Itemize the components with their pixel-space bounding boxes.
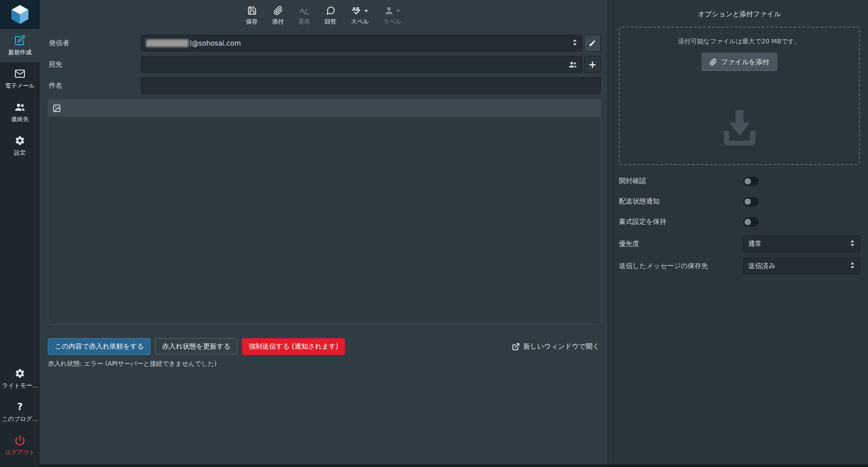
attach-file-button[interactable]: ファイルを添付 [702, 53, 777, 71]
sidebar-item-mail[interactable]: 電子メール [0, 62, 40, 96]
delivery-status-toggle[interactable] [743, 197, 759, 206]
sidebar-item-label: 電子メール [5, 82, 35, 90]
option-row-keep-format: 書式設定を保持 [619, 213, 860, 230]
spellcheck-button[interactable]: AB スペル [351, 5, 369, 26]
option-row-receipt: 開封確認 [619, 173, 860, 189]
read-receipt-toggle[interactable] [743, 177, 759, 186]
request-review-button[interactable]: この内容で赤入れ依頼をする [48, 338, 151, 355]
attachment-dropzone[interactable]: 添付可能なファイルは最大で20 MBです。 ファイルを添付 [619, 27, 860, 165]
sidebar-spacer [0, 163, 40, 362]
sidebar-item-label: ライトモー... [2, 382, 38, 390]
settings-icon [14, 135, 25, 146]
plus-icon: + [589, 59, 597, 70]
signature-icon [300, 6, 309, 15]
app-logo[interactable] [0, 0, 40, 29]
toggle-knob [745, 198, 751, 205]
open-new-window-link[interactable]: 新しいウィンドウで開く [512, 342, 599, 351]
to-label: 宛先 [49, 60, 141, 69]
spellcheck-icon: AB [352, 6, 362, 15]
edit-identity-button[interactable] [584, 35, 601, 52]
option-label: 配送状態通知 [619, 197, 743, 206]
chevron-down-icon [396, 10, 400, 14]
option-label: 開封確認 [619, 177, 743, 185]
pencil-icon [589, 39, 596, 47]
save-button[interactable]: 保存 [246, 5, 258, 26]
message-editor [48, 99, 601, 325]
subject-row: 件名 [49, 77, 601, 94]
subject-field[interactable] [141, 77, 601, 94]
paperclip-icon [274, 6, 283, 15]
sidebar-item-compose[interactable]: 新規作成 [0, 29, 40, 62]
sidebar-item-label: このブログ... [2, 415, 38, 423]
sidebar-item-settings[interactable]: 設定 [0, 129, 40, 163]
contacts-icon [14, 102, 25, 113]
priority-value: 通常 [748, 240, 762, 248]
compose-form: 発信者 l@sohosai.com 宛先 [49, 35, 601, 94]
toggle-knob [745, 178, 751, 184]
save-icon [247, 6, 257, 15]
option-label: 書式設定を保持 [619, 217, 743, 226]
paperclip-icon [709, 58, 717, 66]
insert-image-icon[interactable] [52, 104, 61, 113]
toggle-knob [745, 219, 751, 225]
external-link-icon [512, 343, 520, 351]
toolbar-item-label: スペル [351, 18, 369, 26]
select-arrows-icon [572, 39, 577, 48]
toolbar-item-label: 署名 [298, 18, 310, 26]
review-status-text: 赤入れ状態: エラー (APIサーバーと接続できませんでした) [48, 360, 599, 368]
add-recipient-button[interactable]: + [584, 56, 601, 73]
toolbar-item-label: 添付 [272, 18, 284, 26]
sidebar-item-label: 新規作成 [8, 48, 32, 57]
attach-button[interactable]: 添付 [272, 5, 284, 26]
from-select[interactable]: l@sohosai.com [141, 35, 582, 52]
window-bottom-edge [40, 464, 868, 467]
toolbar-item-label: 保存 [246, 18, 258, 26]
responses-button[interactable]: 回答 [325, 5, 336, 26]
options-panel: オプションと添付ファイル 添付可能なファイルは最大で20 MBです。 ファイルを… [608, 0, 868, 467]
option-label: 優先度 [619, 240, 743, 248]
priority-select[interactable]: 通常 [743, 236, 860, 252]
sidebar-item-light-mode[interactable]: ライトモー... [0, 362, 40, 396]
update-review-status-button[interactable]: 赤入れ状態を更新する [155, 338, 237, 355]
editor-toolbar [48, 100, 600, 117]
option-row-save-folder: 送信したメッセージの保存先 送信済み [619, 258, 860, 274]
message-body-input[interactable] [48, 117, 600, 324]
sidebar-item-label: 連絡先 [11, 115, 29, 123]
attachment-size-hint: 添付可能なファイルは最大で20 MBです。 [678, 38, 801, 46]
subject-input[interactable] [146, 78, 596, 94]
to-field[interactable] [141, 56, 582, 73]
webmail-app: 新規作成 電子メール 連絡先 設定 [0, 0, 868, 467]
option-row-priority: 優先度 通常 [619, 236, 860, 252]
subject-label: 件名 [49, 81, 141, 90]
compose-main: 保存 添付 署名 回答 AB スペル [40, 0, 608, 467]
compose-toolbar: 保存 添付 署名 回答 AB スペル [40, 0, 608, 28]
download-tray-icon [715, 104, 764, 153]
force-send-button[interactable]: 強制送信する (通知されます) [242, 338, 345, 355]
select-arrows-icon [850, 240, 855, 249]
signature-button[interactable]: 署名 [298, 5, 310, 26]
compose-icon [14, 35, 25, 46]
compose-actions: この内容で赤入れ依頼をする 赤入れ状態を更新する 強制送信する (通知されます)… [48, 338, 599, 355]
light-mode-icon [14, 368, 25, 379]
select-arrows-icon [850, 262, 855, 271]
to-input[interactable] [146, 57, 568, 72]
from-label: 発信者 [49, 39, 141, 47]
mail-icon [14, 68, 25, 79]
option-label: 送信したメッセージの保存先 [619, 262, 743, 270]
toolbar-item-label: ラベル [383, 18, 401, 26]
sidebar-item-logout[interactable]: ログアウト [0, 429, 40, 462]
from-row: 発信者 l@sohosai.com [49, 35, 601, 52]
sidebar-item-about[interactable]: ? このブログ... [0, 396, 40, 429]
options-panel-title: オプションと添付ファイル [619, 10, 860, 19]
label-button[interactable]: ラベル [383, 5, 401, 26]
reply-bubble-icon [326, 6, 335, 15]
keep-formatting-toggle[interactable] [743, 217, 759, 226]
to-row: 宛先 + [49, 56, 601, 73]
sidebar-item-label: ログアウト [5, 448, 35, 457]
address-book-icon[interactable] [568, 60, 577, 69]
sidebar: 新規作成 電子メール 連絡先 設定 [0, 0, 40, 467]
sidebar-item-contacts[interactable]: 連絡先 [0, 96, 40, 129]
label-person-icon [384, 6, 394, 15]
save-folder-select[interactable]: 送信済み [743, 258, 860, 274]
option-row-dsn: 配送状態通知 [619, 193, 860, 210]
